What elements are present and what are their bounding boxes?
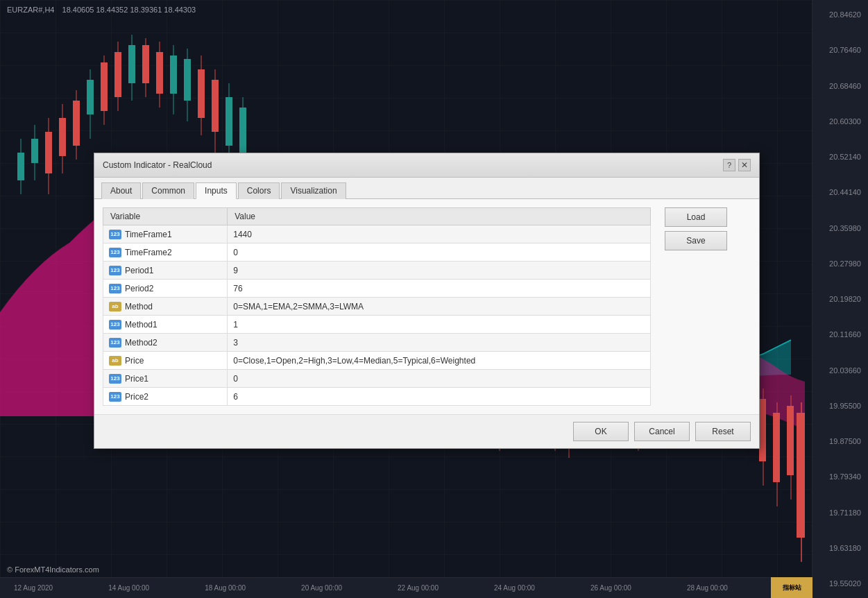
help-button[interactable]: ? (723, 159, 735, 171)
var-name-label: Price1 (125, 374, 148, 384)
var-name-label: Period2 (125, 284, 153, 293)
dialog-titlebar: Custom Indicator - RealCloud ? ✕ (94, 153, 759, 178)
var-value-cell[interactable]: 3 (228, 334, 651, 352)
var-value-cell[interactable]: 76 (228, 280, 651, 298)
numeric-icon: 123 (109, 230, 121, 239)
close-button[interactable]: ✕ (738, 159, 751, 171)
var-value-cell[interactable]: 0 (228, 370, 651, 388)
dialog-title: Custom Indicator - RealCloud (103, 160, 212, 170)
var-name-label: Price2 (125, 392, 148, 402)
var-name-label: Period1 (125, 266, 153, 275)
table-row[interactable]: abMethod0=SMA,1=EMA,2=SMMA,3=LWMA (103, 298, 651, 316)
col-variable: Variable (103, 208, 228, 225)
numeric-icon: 123 (109, 248, 121, 257)
cancel-button[interactable]: Cancel (634, 422, 690, 441)
table-row[interactable]: 123Method11 (103, 316, 651, 334)
var-name-cell: 123Price1 (103, 370, 228, 388)
var-name-cell: 123Period2 (103, 280, 228, 298)
table-row[interactable]: 123TimeFrame11440 (103, 225, 651, 244)
var-name-label: Method (125, 302, 153, 311)
var-name-cell: 123TimeFrame1 (103, 225, 228, 244)
var-name-cell: 123Period1 (103, 262, 228, 280)
var-name-label: Price (125, 356, 144, 366)
tab-common[interactable]: Common (142, 182, 194, 199)
dialog-footer: OK Cancel Reset (94, 414, 759, 448)
tab-colors[interactable]: Colors (238, 182, 280, 199)
var-name-label: TimeFrame2 (125, 248, 172, 257)
ok-button[interactable]: OK (573, 422, 629, 441)
parameters-table: Variable Value 123TimeFrame11440123TimeF… (103, 207, 651, 406)
var-name-cell: 123Method1 (103, 316, 228, 334)
table-row[interactable]: abPrice0=Close,1=Open,2=High,3=Low,4=Med… (103, 352, 651, 370)
table-row[interactable]: 123Period276 (103, 280, 651, 298)
numeric-icon: 123 (109, 338, 121, 348)
var-name-label: Method1 (125, 320, 158, 330)
numeric-icon: 123 (109, 392, 121, 402)
tab-about[interactable]: About (101, 182, 141, 199)
reset-button[interactable]: Reset (695, 422, 751, 441)
numeric-icon: 123 (109, 266, 121, 275)
var-value-cell[interactable]: 0=Close,1=Open,2=High,3=Low,4=Median,5=T… (228, 352, 651, 370)
numeric-icon: 123 (109, 320, 121, 330)
dialog-content: Variable Value 123TimeFrame11440123TimeF… (94, 199, 759, 414)
table-row[interactable]: 123Price10 (103, 370, 651, 388)
col-value: Value (228, 208, 651, 225)
var-value-cell[interactable]: 0=SMA,1=EMA,2=SMMA,3=LWMA (228, 298, 651, 316)
string-icon: ab (109, 356, 121, 366)
var-value-cell[interactable]: 9 (228, 262, 651, 280)
side-buttons: Load Save (665, 207, 727, 250)
table-row[interactable]: 123Method23 (103, 334, 651, 352)
dialog-controls: ? ✕ (723, 159, 751, 171)
var-value-cell[interactable]: 0 (228, 244, 651, 262)
tab-inputs[interactable]: Inputs (196, 182, 237, 199)
var-value-cell[interactable]: 1 (228, 316, 651, 334)
var-name-label: TimeFrame1 (125, 230, 172, 239)
var-name-cell: 123TimeFrame2 (103, 244, 228, 262)
load-button[interactable]: Load (665, 207, 727, 227)
var-name-cell: 123Method2 (103, 334, 228, 352)
dialog-overlay: Custom Indicator - RealCloud ? ✕ About C… (0, 0, 868, 598)
string-icon: ab (109, 302, 121, 311)
var-value-cell[interactable]: 6 (228, 388, 651, 406)
var-name-label: Method2 (125, 338, 158, 348)
numeric-icon: 123 (109, 374, 121, 384)
var-name-cell: abPrice (103, 352, 228, 370)
table-row[interactable]: 123Period19 (103, 262, 651, 280)
var-name-cell: abMethod (103, 298, 228, 316)
table-area: Variable Value 123TimeFrame11440123TimeF… (103, 207, 751, 406)
var-value-cell[interactable]: 1440 (228, 225, 651, 244)
tab-visualization[interactable]: Visualization (281, 182, 346, 199)
dialog-tabs: About Common Inputs Colors Visualization (94, 178, 759, 199)
var-name-cell: 123Price2 (103, 388, 228, 406)
table-row[interactable]: 123Price26 (103, 388, 651, 406)
numeric-icon: 123 (109, 284, 121, 293)
save-button[interactable]: Save (665, 231, 727, 250)
indicator-dialog: Custom Indicator - RealCloud ? ✕ About C… (94, 153, 760, 449)
table-row[interactable]: 123TimeFrame20 (103, 244, 651, 262)
